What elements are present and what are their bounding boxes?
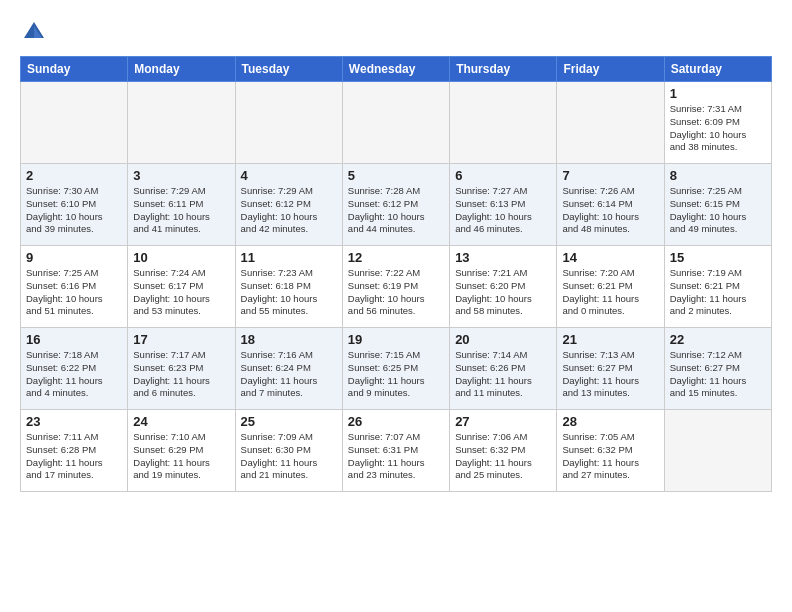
header-saturday: Saturday: [664, 57, 771, 82]
day-info: Sunrise: 7:27 AM Sunset: 6:13 PM Dayligh…: [455, 185, 551, 236]
day-number: 19: [348, 332, 444, 347]
day-info: Sunrise: 7:20 AM Sunset: 6:21 PM Dayligh…: [562, 267, 658, 318]
day-number: 15: [670, 250, 766, 265]
day-number: 10: [133, 250, 229, 265]
logo: [20, 16, 52, 46]
calendar-cell: 6Sunrise: 7:27 AM Sunset: 6:13 PM Daylig…: [450, 164, 557, 246]
calendar-week-row: 23Sunrise: 7:11 AM Sunset: 6:28 PM Dayli…: [21, 410, 772, 492]
calendar-cell: 19Sunrise: 7:15 AM Sunset: 6:25 PM Dayli…: [342, 328, 449, 410]
weekday-header-row: Sunday Monday Tuesday Wednesday Thursday…: [21, 57, 772, 82]
calendar: Sunday Monday Tuesday Wednesday Thursday…: [20, 56, 772, 492]
day-info: Sunrise: 7:19 AM Sunset: 6:21 PM Dayligh…: [670, 267, 766, 318]
day-info: Sunrise: 7:25 AM Sunset: 6:15 PM Dayligh…: [670, 185, 766, 236]
day-info: Sunrise: 7:13 AM Sunset: 6:27 PM Dayligh…: [562, 349, 658, 400]
header-friday: Friday: [557, 57, 664, 82]
calendar-cell: 13Sunrise: 7:21 AM Sunset: 6:20 PM Dayli…: [450, 246, 557, 328]
day-number: 2: [26, 168, 122, 183]
header-monday: Monday: [128, 57, 235, 82]
header-sunday: Sunday: [21, 57, 128, 82]
day-info: Sunrise: 7:15 AM Sunset: 6:25 PM Dayligh…: [348, 349, 444, 400]
calendar-week-row: 16Sunrise: 7:18 AM Sunset: 6:22 PM Dayli…: [21, 328, 772, 410]
page: Sunday Monday Tuesday Wednesday Thursday…: [0, 0, 792, 502]
calendar-cell: 4Sunrise: 7:29 AM Sunset: 6:12 PM Daylig…: [235, 164, 342, 246]
day-number: 16: [26, 332, 122, 347]
day-number: 5: [348, 168, 444, 183]
day-info: Sunrise: 7:25 AM Sunset: 6:16 PM Dayligh…: [26, 267, 122, 318]
day-info: Sunrise: 7:16 AM Sunset: 6:24 PM Dayligh…: [241, 349, 337, 400]
calendar-cell: 27Sunrise: 7:06 AM Sunset: 6:32 PM Dayli…: [450, 410, 557, 492]
calendar-cell: 7Sunrise: 7:26 AM Sunset: 6:14 PM Daylig…: [557, 164, 664, 246]
day-number: 18: [241, 332, 337, 347]
calendar-cell: 10Sunrise: 7:24 AM Sunset: 6:17 PM Dayli…: [128, 246, 235, 328]
day-number: 12: [348, 250, 444, 265]
calendar-cell: 8Sunrise: 7:25 AM Sunset: 6:15 PM Daylig…: [664, 164, 771, 246]
calendar-cell: 2Sunrise: 7:30 AM Sunset: 6:10 PM Daylig…: [21, 164, 128, 246]
day-info: Sunrise: 7:31 AM Sunset: 6:09 PM Dayligh…: [670, 103, 766, 154]
day-info: Sunrise: 7:09 AM Sunset: 6:30 PM Dayligh…: [241, 431, 337, 482]
calendar-cell: 20Sunrise: 7:14 AM Sunset: 6:26 PM Dayli…: [450, 328, 557, 410]
day-number: 24: [133, 414, 229, 429]
day-number: 28: [562, 414, 658, 429]
day-number: 21: [562, 332, 658, 347]
calendar-cell: [128, 82, 235, 164]
day-info: Sunrise: 7:26 AM Sunset: 6:14 PM Dayligh…: [562, 185, 658, 236]
calendar-week-row: 1Sunrise: 7:31 AM Sunset: 6:09 PM Daylig…: [21, 82, 772, 164]
day-info: Sunrise: 7:29 AM Sunset: 6:11 PM Dayligh…: [133, 185, 229, 236]
calendar-cell: 24Sunrise: 7:10 AM Sunset: 6:29 PM Dayli…: [128, 410, 235, 492]
day-info: Sunrise: 7:05 AM Sunset: 6:32 PM Dayligh…: [562, 431, 658, 482]
header: [20, 16, 772, 46]
calendar-cell: 21Sunrise: 7:13 AM Sunset: 6:27 PM Dayli…: [557, 328, 664, 410]
calendar-cell: 25Sunrise: 7:09 AM Sunset: 6:30 PM Dayli…: [235, 410, 342, 492]
calendar-cell: [21, 82, 128, 164]
calendar-cell: 3Sunrise: 7:29 AM Sunset: 6:11 PM Daylig…: [128, 164, 235, 246]
day-number: 9: [26, 250, 122, 265]
day-number: 23: [26, 414, 122, 429]
day-number: 11: [241, 250, 337, 265]
day-number: 4: [241, 168, 337, 183]
calendar-week-row: 9Sunrise: 7:25 AM Sunset: 6:16 PM Daylig…: [21, 246, 772, 328]
day-number: 14: [562, 250, 658, 265]
calendar-cell: 15Sunrise: 7:19 AM Sunset: 6:21 PM Dayli…: [664, 246, 771, 328]
day-info: Sunrise: 7:12 AM Sunset: 6:27 PM Dayligh…: [670, 349, 766, 400]
calendar-cell: [342, 82, 449, 164]
calendar-cell: [557, 82, 664, 164]
day-number: 7: [562, 168, 658, 183]
day-info: Sunrise: 7:17 AM Sunset: 6:23 PM Dayligh…: [133, 349, 229, 400]
day-info: Sunrise: 7:30 AM Sunset: 6:10 PM Dayligh…: [26, 185, 122, 236]
day-number: 1: [670, 86, 766, 101]
day-number: 20: [455, 332, 551, 347]
day-info: Sunrise: 7:29 AM Sunset: 6:12 PM Dayligh…: [241, 185, 337, 236]
header-thursday: Thursday: [450, 57, 557, 82]
day-info: Sunrise: 7:11 AM Sunset: 6:28 PM Dayligh…: [26, 431, 122, 482]
calendar-cell: 22Sunrise: 7:12 AM Sunset: 6:27 PM Dayli…: [664, 328, 771, 410]
calendar-cell: [664, 410, 771, 492]
day-number: 27: [455, 414, 551, 429]
day-info: Sunrise: 7:22 AM Sunset: 6:19 PM Dayligh…: [348, 267, 444, 318]
day-info: Sunrise: 7:06 AM Sunset: 6:32 PM Dayligh…: [455, 431, 551, 482]
calendar-cell: 12Sunrise: 7:22 AM Sunset: 6:19 PM Dayli…: [342, 246, 449, 328]
calendar-cell: 1Sunrise: 7:31 AM Sunset: 6:09 PM Daylig…: [664, 82, 771, 164]
header-tuesday: Tuesday: [235, 57, 342, 82]
calendar-cell: 23Sunrise: 7:11 AM Sunset: 6:28 PM Dayli…: [21, 410, 128, 492]
day-info: Sunrise: 7:07 AM Sunset: 6:31 PM Dayligh…: [348, 431, 444, 482]
day-number: 3: [133, 168, 229, 183]
logo-icon: [20, 18, 48, 46]
calendar-cell: 11Sunrise: 7:23 AM Sunset: 6:18 PM Dayli…: [235, 246, 342, 328]
day-info: Sunrise: 7:14 AM Sunset: 6:26 PM Dayligh…: [455, 349, 551, 400]
day-number: 26: [348, 414, 444, 429]
calendar-cell: 26Sunrise: 7:07 AM Sunset: 6:31 PM Dayli…: [342, 410, 449, 492]
calendar-cell: 18Sunrise: 7:16 AM Sunset: 6:24 PM Dayli…: [235, 328, 342, 410]
day-number: 22: [670, 332, 766, 347]
day-number: 8: [670, 168, 766, 183]
calendar-cell: 17Sunrise: 7:17 AM Sunset: 6:23 PM Dayli…: [128, 328, 235, 410]
day-info: Sunrise: 7:18 AM Sunset: 6:22 PM Dayligh…: [26, 349, 122, 400]
day-number: 25: [241, 414, 337, 429]
calendar-cell: 28Sunrise: 7:05 AM Sunset: 6:32 PM Dayli…: [557, 410, 664, 492]
day-info: Sunrise: 7:28 AM Sunset: 6:12 PM Dayligh…: [348, 185, 444, 236]
day-info: Sunrise: 7:23 AM Sunset: 6:18 PM Dayligh…: [241, 267, 337, 318]
day-info: Sunrise: 7:24 AM Sunset: 6:17 PM Dayligh…: [133, 267, 229, 318]
calendar-cell: [450, 82, 557, 164]
calendar-week-row: 2Sunrise: 7:30 AM Sunset: 6:10 PM Daylig…: [21, 164, 772, 246]
day-number: 6: [455, 168, 551, 183]
calendar-cell: [235, 82, 342, 164]
